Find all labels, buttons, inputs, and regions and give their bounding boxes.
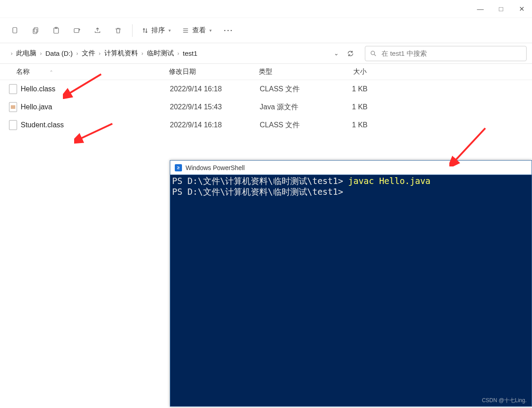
breadcrumb-item[interactable]: 文件	[80, 49, 97, 58]
powershell-title-text: Windows PowerShell	[186, 164, 245, 171]
file-row[interactable]: Hello.class 2022/9/14 16:18 CLASS 文件 1 K…	[0, 80, 532, 98]
column-date[interactable]: 修改日期	[169, 67, 259, 76]
file-name: Hello.java	[21, 103, 170, 111]
copy-button[interactable]	[26, 22, 45, 40]
watermark: CSDN @十七Ling.	[482, 397, 527, 404]
ellipsis-icon: ···	[224, 27, 234, 34]
file-icon	[9, 84, 17, 94]
window-close-button[interactable]: ✕	[511, 2, 532, 16]
chevron-right-icon: ›	[75, 50, 80, 57]
file-row[interactable]: Student.class 2022/9/14 16:18 CLASS 文件 1…	[0, 116, 532, 134]
file-size: 1 KB	[336, 103, 377, 111]
powershell-titlebar[interactable]: ≥ Windows PowerShell	[170, 161, 532, 175]
file-size: 1 KB	[336, 121, 377, 129]
window-minimize-button[interactable]: —	[470, 2, 491, 16]
breadcrumb-item[interactable]: 计算机资料	[102, 49, 140, 58]
column-type[interactable]: 类型	[259, 67, 335, 76]
chevron-right-icon: ›	[176, 50, 181, 57]
column-headers: 名称 ⌃ 修改日期 类型 大小	[0, 64, 532, 80]
chevron-down-icon: ▾	[168, 28, 171, 33]
share-button[interactable]	[88, 22, 107, 40]
cut-button[interactable]	[5, 22, 24, 40]
svg-rect-5	[74, 28, 79, 32]
breadcrumb-item[interactable]: test1	[181, 49, 200, 57]
view-label: 查看	[192, 26, 206, 35]
titlebar: — □ ✕	[0, 0, 532, 18]
chevron-down-icon: ▾	[209, 28, 212, 33]
chevron-right-icon: ›	[9, 50, 14, 57]
file-date: 2022/9/14 16:18	[170, 121, 260, 129]
svg-rect-0	[13, 27, 17, 33]
file-type: CLASS 文件	[260, 121, 336, 130]
sort-icon	[142, 27, 149, 34]
sort-label: 排序	[151, 26, 165, 35]
breadcrumb-item[interactable]: Data (D:)	[44, 49, 75, 57]
paste-button[interactable]	[47, 22, 66, 40]
chevron-right-icon: ›	[38, 50, 44, 57]
file-type: Java 源文件	[260, 103, 336, 112]
powershell-window[interactable]: ≥ Windows PowerShell PS D:\文件\计算机资料\临时测试…	[170, 160, 532, 407]
refresh-icon[interactable]	[347, 50, 354, 57]
file-date: 2022/9/14 16:18	[170, 85, 260, 93]
powershell-icon: ≥	[175, 164, 182, 171]
delete-button[interactable]	[109, 22, 128, 40]
toolbar-separator	[132, 24, 133, 37]
file-size: 1 KB	[336, 85, 377, 93]
file-icon	[9, 102, 17, 112]
ps-prompt: PS D:\文件\计算机资料\临时测试\test1>	[172, 187, 343, 197]
address-row: › 此电脑 › Data (D:) › 文件 › 计算机资料 › 临时测试 › …	[0, 43, 532, 64]
ps-command: javac Hello.java	[348, 176, 430, 186]
search-icon	[370, 50, 377, 57]
view-icon	[182, 27, 190, 34]
sort-button[interactable]: 排序 ▾	[137, 22, 175, 40]
svg-rect-1	[34, 27, 38, 32]
sort-caret-icon: ⌃	[49, 70, 53, 75]
chevron-right-icon: ›	[140, 50, 145, 57]
file-row[interactable]: Hello.java 2022/9/14 15:43 Java 源文件 1 KB	[0, 98, 532, 116]
file-type: CLASS 文件	[260, 85, 336, 94]
column-size[interactable]: 大小	[335, 67, 376, 76]
search-box[interactable]	[365, 46, 527, 61]
search-input[interactable]	[381, 49, 522, 57]
chevron-down-icon[interactable]: ⌄	[334, 50, 339, 57]
view-button[interactable]: 查看 ▾	[177, 22, 216, 40]
file-icon	[9, 120, 17, 130]
chevron-right-icon: ›	[97, 50, 102, 57]
toolbar: 排序 ▾ 查看 ▾ ···	[0, 18, 532, 43]
more-button[interactable]: ···	[218, 22, 239, 40]
svg-point-6	[371, 51, 375, 54]
column-name[interactable]: 名称 ⌃	[16, 67, 169, 76]
rename-button[interactable]	[67, 22, 86, 40]
ps-prompt: PS D:\文件\计算机资料\临时测试\test1>	[172, 176, 348, 186]
breadcrumb[interactable]: › 此电脑 › Data (D:) › 文件 › 计算机资料 › 临时测试 › …	[5, 46, 360, 61]
window-maximize-button[interactable]: □	[491, 2, 511, 16]
file-name: Student.class	[21, 121, 170, 129]
breadcrumb-item[interactable]: 临时测试	[145, 49, 176, 58]
svg-rect-2	[33, 29, 37, 34]
powershell-body[interactable]: PS D:\文件\计算机资料\临时测试\test1> javac Hello.j…	[170, 175, 532, 406]
file-list: Hello.class 2022/9/14 16:18 CLASS 文件 1 K…	[0, 80, 532, 134]
file-name: Hello.class	[21, 85, 170, 93]
file-date: 2022/9/14 15:43	[170, 103, 260, 111]
breadcrumb-item[interactable]: 此电脑	[14, 49, 38, 58]
